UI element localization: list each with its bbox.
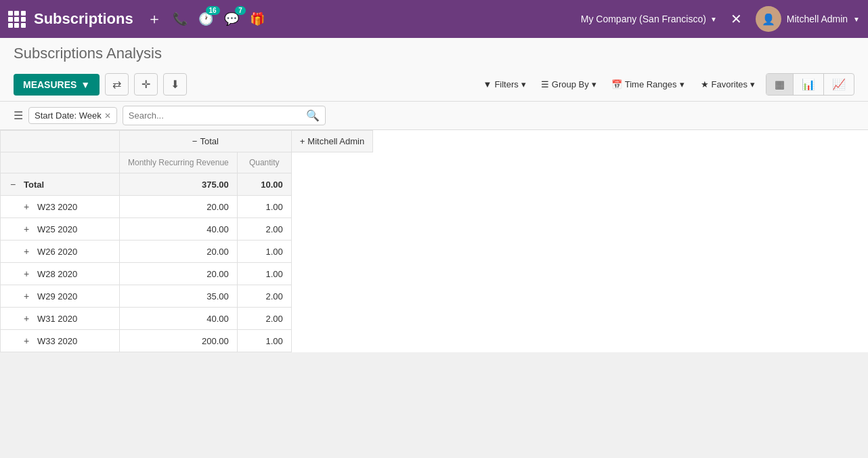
filter-tag-close-icon[interactable]: ✕: [104, 111, 111, 121]
col-group-header-row: − Total + Mitchell Admin: [1, 131, 373, 152]
data-cell: 20.00: [120, 196, 238, 218]
measure-header-mrr-total: Monthly Recurring Revenue: [120, 152, 238, 173]
row-label-text: W29 2020: [37, 291, 77, 301]
data-cell: 375.00: [120, 173, 238, 196]
row-expand-icon[interactable]: +: [21, 313, 32, 324]
row-expand-icon[interactable]: +: [21, 246, 32, 257]
measures-button[interactable]: MEASURES ▼: [14, 74, 100, 96]
star-icon: ★: [701, 79, 709, 89]
calendar-icon: 📅: [611, 79, 622, 89]
chat-badge: 7: [235, 6, 246, 15]
filter-tag-label: Start Date: Week: [35, 110, 102, 121]
row-label-text: W33 2020: [37, 336, 77, 346]
row-label-cell: +W28 2020: [1, 263, 120, 285]
data-cell: 40.00: [120, 218, 238, 241]
row-label-cell: +W26 2020: [1, 241, 120, 263]
row-expand-icon[interactable]: +: [21, 291, 32, 301]
table-row: −Total375.0010.00: [1, 173, 373, 196]
filters-label: Filters: [494, 79, 518, 89]
filter-list-icon: ☰: [14, 109, 23, 122]
data-cell: 40.00: [120, 308, 238, 330]
row-expand-icon[interactable]: +: [21, 201, 32, 212]
col-total-label: Total: [200, 136, 218, 146]
row-expand-icon[interactable]: +: [21, 335, 32, 346]
gift-icon[interactable]: 🎁: [250, 12, 265, 26]
row-label-cell: +W25 2020: [1, 218, 120, 241]
data-cell: 2.00: [237, 308, 291, 330]
data-cell: 10.00: [237, 173, 291, 196]
row-label-cell: −Total: [1, 173, 120, 196]
phone-icon[interactable]: 📞: [173, 12, 188, 26]
row-label-cell: +W33 2020: [1, 330, 120, 352]
row-label-cell: +W23 2020: [1, 196, 120, 218]
row-total-collapse-icon[interactable]: −: [7, 179, 18, 190]
data-cell: 35.00: [120, 285, 238, 308]
groupby-label: Group By: [552, 79, 589, 89]
timeranges-label: Time Ranges: [625, 79, 677, 89]
data-cell: 1.00: [237, 263, 291, 285]
row-label-text: W26 2020: [37, 247, 77, 257]
page-title: Subscriptions Analysis: [14, 45, 854, 68]
timeranges-button[interactable]: 📅 Time Ranges ▾: [606, 77, 690, 92]
search-input[interactable]: [129, 110, 306, 121]
measure-corner: [1, 152, 120, 173]
groupby-button[interactable]: ☰ Group By ▾: [536, 77, 602, 92]
row-label-cell: +W29 2020: [1, 285, 120, 308]
table-row: +W31 202040.002.00: [1, 308, 373, 330]
company-chevron-icon: ▼: [710, 16, 717, 23]
col-total-collapse-icon[interactable]: −: [192, 136, 198, 146]
pivot-view-button[interactable]: ▦: [766, 74, 794, 95]
company-selector[interactable]: My Company (San Francisco) ▼: [581, 14, 717, 24]
expand-all-button[interactable]: ✛: [134, 73, 158, 96]
filter-tag-startdate[interactable]: Start Date: Week ✕: [28, 107, 117, 124]
pivot-table-container: − Total + Mitchell Admin Monthly Recurri…: [0, 130, 868, 352]
swap-axes-button[interactable]: ⇄: [105, 73, 129, 96]
groupby-icon: ☰: [541, 79, 549, 89]
table-row: +W29 202035.002.00: [1, 285, 373, 308]
row-label-text: Total: [24, 180, 44, 190]
bar-chart-view-button[interactable]: 📊: [794, 74, 824, 95]
pivot-body: −Total375.0010.00+W23 202020.001.00+W25 …: [1, 173, 373, 352]
measures-label: MEASURES: [23, 79, 77, 90]
user-menu[interactable]: 👤 Mitchell Admin ▼: [756, 6, 860, 32]
grid-menu-icon[interactable]: [8, 11, 26, 28]
activity-icon[interactable]: 🕐 16: [198, 12, 213, 26]
favorites-chevron-icon: ▾: [750, 79, 755, 89]
subheader: Subscriptions Analysis MEASURES ▼ ⇄ ✛ ⬇ …: [0, 38, 868, 102]
data-cell: 1.00: [237, 241, 291, 263]
line-chart-view-button[interactable]: 📈: [824, 74, 854, 95]
timeranges-chevron-icon: ▾: [680, 79, 685, 89]
row-expand-icon[interactable]: +: [21, 268, 32, 279]
filters-button[interactable]: ▼ Filters ▾: [478, 77, 531, 92]
add-button[interactable]: ＋: [147, 9, 162, 29]
search-bar-row: ☰ Start Date: Week ✕ 🔍: [0, 102, 868, 130]
col-mitchell-label: Mitchell Admin: [307, 136, 364, 146]
company-name: My Company (San Francisco): [581, 14, 706, 24]
measure-header-qty-total: Quantity: [237, 152, 291, 173]
favorites-button[interactable]: ★ Favorites ▾: [695, 77, 760, 92]
row-label-text: W25 2020: [37, 224, 77, 234]
filter-icon: ▼: [483, 79, 492, 89]
close-icon[interactable]: ✕: [731, 11, 742, 27]
corner-cell: [1, 131, 120, 152]
row-label-text: W31 2020: [37, 314, 77, 324]
data-cell: 20.00: [120, 263, 238, 285]
app-title: Subscriptions: [34, 10, 133, 28]
filters-chevron-icon: ▾: [521, 79, 526, 89]
table-row: +W28 202020.001.00: [1, 263, 373, 285]
data-cell: 1.00: [237, 330, 291, 352]
download-button[interactable]: ⬇: [163, 73, 187, 96]
activity-badge: 16: [206, 6, 220, 15]
search-input-container: 🔍: [123, 106, 326, 125]
data-cell: 1.00: [237, 196, 291, 218]
groupby-chevron-icon: ▾: [592, 79, 596, 89]
chat-icon[interactable]: 💬 7: [224, 12, 239, 26]
measures-chevron-icon: ▼: [81, 79, 90, 90]
row-expand-icon[interactable]: +: [21, 224, 32, 234]
top-navigation: Subscriptions ＋ 📞 🕐 16 💬 7 🎁 My Company …: [0, 0, 868, 38]
search-icon[interactable]: 🔍: [306, 109, 320, 122]
col-mitchell-expand-icon[interactable]: +: [300, 136, 305, 146]
view-toggle: ▦ 📊 📈: [766, 73, 854, 96]
table-row: +W26 202020.001.00: [1, 241, 373, 263]
table-row: +W33 2020200.001.00: [1, 330, 373, 352]
